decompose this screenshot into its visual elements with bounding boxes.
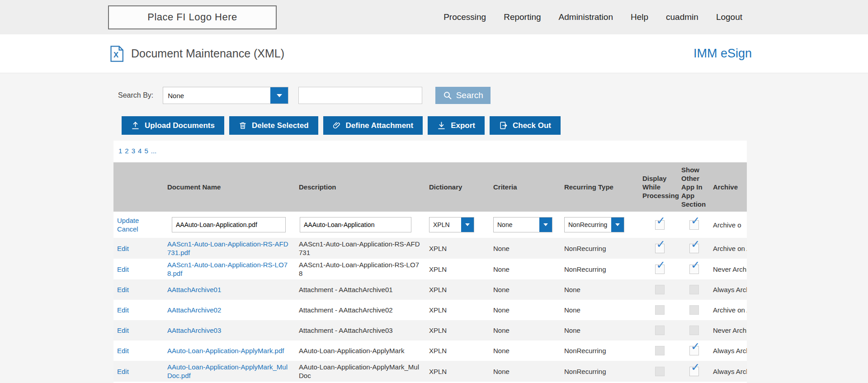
search-input[interactable] bbox=[298, 87, 422, 104]
criteria-select[interactable]: None bbox=[493, 217, 552, 232]
display-while-processing-checkbox[interactable] bbox=[655, 346, 665, 355]
page-link-2[interactable]: 2 bbox=[125, 147, 128, 155]
show-other-app-cell bbox=[679, 300, 709, 320]
main-content: Search By: None Search Upload DocumentsD… bbox=[0, 73, 868, 383]
document-name-link[interactable]: AAttachArchive02 bbox=[167, 306, 221, 314]
show-other-app-cell bbox=[679, 279, 709, 300]
document-name-input[interactable] bbox=[172, 217, 286, 232]
archive-cell: Never Archi bbox=[709, 259, 747, 279]
nav-item-processing[interactable]: Processing bbox=[443, 12, 486, 22]
nav-item-help[interactable]: Help bbox=[631, 12, 648, 22]
display-while-processing-checkbox[interactable] bbox=[655, 265, 665, 274]
document-name-link[interactable]: AAScn1-Auto-Loan-Application-RS-AFD731.p… bbox=[167, 240, 288, 256]
download-icon bbox=[437, 121, 446, 130]
dictionary-cell: XPLN bbox=[425, 361, 490, 382]
criteria-cell: None bbox=[490, 238, 561, 259]
document-name-link[interactable]: AAttachArchive01 bbox=[167, 286, 221, 293]
show-other-app-checkbox[interactable] bbox=[689, 305, 699, 315]
nav-item-reporting[interactable]: Reporting bbox=[504, 12, 541, 22]
document-name-cell: AAScn1-Auto-Loan-Application-RS-AFD731.p… bbox=[164, 238, 295, 259]
document-name-link[interactable]: AAuto-Loan-Application-ApplyMark.pdf bbox=[167, 347, 284, 355]
svg-text:X: X bbox=[113, 51, 118, 59]
display-while-processing-checkbox[interactable] bbox=[655, 305, 665, 315]
row-action-cell: Edit bbox=[113, 300, 164, 320]
chevron-down-icon[interactable] bbox=[461, 218, 474, 232]
chevron-down-icon[interactable] bbox=[539, 218, 552, 232]
dictionary-cell: XPLN bbox=[425, 238, 490, 259]
document-name-link[interactable]: AAScn1-Auto-Loan-Application-RS-LO78.pdf bbox=[167, 261, 288, 277]
document-name-link[interactable]: AAttachArchive03 bbox=[167, 326, 221, 334]
show-other-app-checkbox[interactable] bbox=[689, 285, 699, 294]
column-header-archive: Archive bbox=[709, 162, 747, 212]
check-out-button[interactable]: Check Out bbox=[490, 116, 561, 135]
dictionary-select[interactable]: XPLN bbox=[429, 217, 474, 232]
criteria-cell: None bbox=[490, 340, 561, 361]
description-cell: Attachment - AAttachArchive03 bbox=[295, 320, 425, 340]
nav-item-administration[interactable]: Administration bbox=[559, 12, 613, 22]
documents-table: Document NameDescriptionDictionaryCriter… bbox=[113, 162, 747, 382]
upload-documents-button[interactable]: Upload Documents bbox=[122, 116, 224, 135]
paperclip-icon bbox=[333, 121, 341, 130]
show-other-app-checkbox[interactable] bbox=[689, 220, 699, 230]
edit-link[interactable]: Edit bbox=[117, 286, 129, 293]
description-cell: AAScn1-Auto-Loan-Application-RS-LO78 bbox=[295, 259, 425, 279]
show-other-app-checkbox[interactable] bbox=[689, 265, 699, 274]
display-while-processing-cell bbox=[640, 212, 679, 238]
document-name-link[interactable]: AAuto-Loan-Application-ApplyMark_MulDoc.… bbox=[167, 363, 288, 379]
update-link[interactable]: Update bbox=[117, 217, 139, 224]
display-while-processing-checkbox[interactable] bbox=[655, 285, 665, 294]
page-link-3[interactable]: 3 bbox=[132, 147, 135, 155]
table-row: Edit AAuto-Loan-Application-ApplyMark.pd… bbox=[113, 340, 747, 361]
cancel-link[interactable]: Cancel bbox=[117, 225, 138, 233]
recurring-type-select-value: NonRecurring bbox=[565, 218, 611, 232]
display-while-processing-checkbox[interactable] bbox=[655, 326, 665, 335]
recurring-type-cell: None bbox=[561, 320, 640, 340]
description-cell: AAuto-Loan-Application-ApplyMark bbox=[295, 340, 425, 361]
chevron-down-icon[interactable] bbox=[611, 218, 624, 232]
criteria-cell: None bbox=[490, 300, 561, 320]
search-by-dropdown[interactable]: None bbox=[163, 87, 288, 104]
display-while-processing-checkbox[interactable] bbox=[655, 367, 665, 376]
search-icon bbox=[443, 91, 452, 100]
show-other-app-checkbox[interactable] bbox=[689, 244, 699, 253]
description-edit-cell bbox=[295, 212, 425, 238]
recurring-type-select[interactable]: NonRecurring bbox=[564, 217, 624, 232]
page-link-5[interactable]: 5 bbox=[144, 147, 148, 155]
edit-link[interactable]: Edit bbox=[117, 368, 129, 375]
display-while-processing-checkbox[interactable] bbox=[655, 220, 665, 230]
define-attachment-button[interactable]: Define Attachment bbox=[323, 116, 423, 135]
recurring-type-edit-cell: NonRecurring bbox=[561, 212, 640, 238]
chevron-down-icon[interactable] bbox=[270, 87, 288, 104]
page-link-1[interactable]: 1 bbox=[118, 147, 122, 155]
description-input[interactable] bbox=[300, 217, 411, 232]
table-row: Edit AAScn1-Auto-Loan-Application-RS-AFD… bbox=[113, 238, 747, 259]
page-link-4[interactable]: 4 bbox=[138, 147, 142, 155]
edit-link[interactable]: Edit bbox=[117, 347, 129, 355]
page: Place FI Logo Here ProcessingReportingAd… bbox=[0, 0, 868, 383]
show-other-app-checkbox[interactable] bbox=[689, 326, 699, 335]
nav-item-logout[interactable]: Logout bbox=[716, 12, 742, 22]
title-bar: X Document Maintenance (XML) IMM eSign bbox=[0, 34, 868, 73]
display-while-processing-checkbox[interactable] bbox=[655, 244, 665, 253]
show-other-app-checkbox[interactable] bbox=[689, 346, 699, 355]
pagination: 12345... bbox=[113, 141, 747, 155]
fi-logo-placeholder: Place FI Logo Here bbox=[108, 5, 277, 29]
criteria-cell: None bbox=[490, 361, 561, 382]
dictionary-edit-cell: XPLN bbox=[425, 212, 490, 238]
show-other-app-cell bbox=[679, 238, 709, 259]
export-button[interactable]: Export bbox=[428, 116, 485, 135]
edit-link[interactable]: Edit bbox=[117, 306, 129, 314]
page-link-ellipsis[interactable]: ... bbox=[151, 147, 157, 155]
nav-item-cuadmin[interactable]: cuadmin bbox=[666, 12, 698, 22]
column-header-dictionary: Dictionary bbox=[425, 162, 490, 212]
search-button[interactable]: Search bbox=[435, 87, 491, 104]
edit-link[interactable]: Edit bbox=[117, 326, 129, 334]
delete-selected-button[interactable]: Delete Selected bbox=[229, 116, 318, 135]
archive-cell: Archive o bbox=[709, 212, 747, 238]
row-action-cell: Edit bbox=[113, 361, 164, 382]
search-by-dropdown-value: None bbox=[163, 87, 270, 104]
show-other-app-checkbox[interactable] bbox=[689, 367, 699, 376]
edit-link[interactable]: Edit bbox=[117, 265, 129, 273]
dictionary-cell: XPLN bbox=[425, 279, 490, 300]
edit-link[interactable]: Edit bbox=[117, 245, 129, 252]
